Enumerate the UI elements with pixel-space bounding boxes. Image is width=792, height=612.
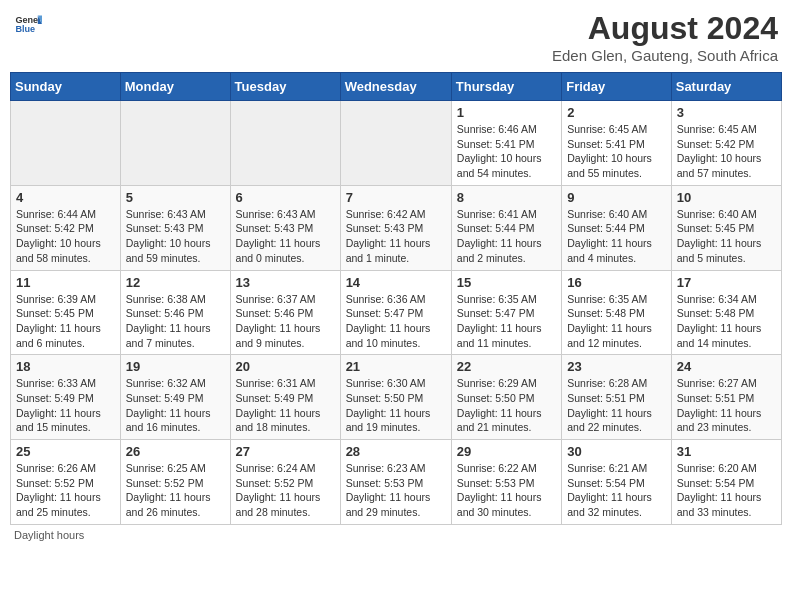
calendar-cell: 31Sunrise: 6:20 AM Sunset: 5:54 PM Dayli… xyxy=(671,440,781,525)
cell-date-number: 30 xyxy=(567,444,666,459)
cell-date-number: 29 xyxy=(457,444,556,459)
cell-date-number: 9 xyxy=(567,190,666,205)
calendar-cell: 1Sunrise: 6:46 AM Sunset: 5:41 PM Daylig… xyxy=(451,101,561,186)
calendar-cell: 29Sunrise: 6:22 AM Sunset: 5:53 PM Dayli… xyxy=(451,440,561,525)
col-header-thursday: Thursday xyxy=(451,73,561,101)
cell-info: Sunrise: 6:33 AM Sunset: 5:49 PM Dayligh… xyxy=(16,376,115,435)
calendar-cell: 4Sunrise: 6:44 AM Sunset: 5:42 PM Daylig… xyxy=(11,185,121,270)
cell-info: Sunrise: 6:34 AM Sunset: 5:48 PM Dayligh… xyxy=(677,292,776,351)
calendar-cell: 5Sunrise: 6:43 AM Sunset: 5:43 PM Daylig… xyxy=(120,185,230,270)
calendar-cell: 6Sunrise: 6:43 AM Sunset: 5:43 PM Daylig… xyxy=(230,185,340,270)
cell-info: Sunrise: 6:36 AM Sunset: 5:47 PM Dayligh… xyxy=(346,292,446,351)
cell-date-number: 16 xyxy=(567,275,666,290)
cell-info: Sunrise: 6:42 AM Sunset: 5:43 PM Dayligh… xyxy=(346,207,446,266)
daylight-label: Daylight hours xyxy=(14,529,84,541)
cell-date-number: 14 xyxy=(346,275,446,290)
title-area: August 2024 Eden Glen, Gauteng, South Af… xyxy=(552,10,778,64)
calendar-cell xyxy=(340,101,451,186)
cell-info: Sunrise: 6:44 AM Sunset: 5:42 PM Dayligh… xyxy=(16,207,115,266)
calendar-cell: 28Sunrise: 6:23 AM Sunset: 5:53 PM Dayli… xyxy=(340,440,451,525)
cell-date-number: 4 xyxy=(16,190,115,205)
calendar-cell: 9Sunrise: 6:40 AM Sunset: 5:44 PM Daylig… xyxy=(562,185,672,270)
calendar-week-row: 11Sunrise: 6:39 AM Sunset: 5:45 PM Dayli… xyxy=(11,270,782,355)
calendar-header-row: SundayMondayTuesdayWednesdayThursdayFrid… xyxy=(11,73,782,101)
cell-date-number: 6 xyxy=(236,190,335,205)
cell-info: Sunrise: 6:32 AM Sunset: 5:49 PM Dayligh… xyxy=(126,376,225,435)
calendar-week-row: 25Sunrise: 6:26 AM Sunset: 5:52 PM Dayli… xyxy=(11,440,782,525)
cell-date-number: 28 xyxy=(346,444,446,459)
cell-info: Sunrise: 6:26 AM Sunset: 5:52 PM Dayligh… xyxy=(16,461,115,520)
cell-info: Sunrise: 6:22 AM Sunset: 5:53 PM Dayligh… xyxy=(457,461,556,520)
cell-date-number: 8 xyxy=(457,190,556,205)
cell-date-number: 3 xyxy=(677,105,776,120)
calendar-cell: 27Sunrise: 6:24 AM Sunset: 5:52 PM Dayli… xyxy=(230,440,340,525)
cell-date-number: 1 xyxy=(457,105,556,120)
cell-date-number: 2 xyxy=(567,105,666,120)
cell-date-number: 23 xyxy=(567,359,666,374)
cell-date-number: 27 xyxy=(236,444,335,459)
calendar-cell: 21Sunrise: 6:30 AM Sunset: 5:50 PM Dayli… xyxy=(340,355,451,440)
col-header-friday: Friday xyxy=(562,73,672,101)
calendar-cell: 3Sunrise: 6:45 AM Sunset: 5:42 PM Daylig… xyxy=(671,101,781,186)
cell-info: Sunrise: 6:20 AM Sunset: 5:54 PM Dayligh… xyxy=(677,461,776,520)
calendar-cell: 30Sunrise: 6:21 AM Sunset: 5:54 PM Dayli… xyxy=(562,440,672,525)
cell-info: Sunrise: 6:24 AM Sunset: 5:52 PM Dayligh… xyxy=(236,461,335,520)
cell-date-number: 15 xyxy=(457,275,556,290)
calendar-cell: 10Sunrise: 6:40 AM Sunset: 5:45 PM Dayli… xyxy=(671,185,781,270)
calendar-cell xyxy=(11,101,121,186)
cell-info: Sunrise: 6:37 AM Sunset: 5:46 PM Dayligh… xyxy=(236,292,335,351)
calendar-cell: 12Sunrise: 6:38 AM Sunset: 5:46 PM Dayli… xyxy=(120,270,230,355)
cell-info: Sunrise: 6:29 AM Sunset: 5:50 PM Dayligh… xyxy=(457,376,556,435)
svg-text:Blue: Blue xyxy=(15,24,35,34)
calendar-week-row: 4Sunrise: 6:44 AM Sunset: 5:42 PM Daylig… xyxy=(11,185,782,270)
logo-icon: General Blue xyxy=(14,10,42,38)
cell-info: Sunrise: 6:41 AM Sunset: 5:44 PM Dayligh… xyxy=(457,207,556,266)
col-header-sunday: Sunday xyxy=(11,73,121,101)
calendar-cell: 8Sunrise: 6:41 AM Sunset: 5:44 PM Daylig… xyxy=(451,185,561,270)
cell-date-number: 11 xyxy=(16,275,115,290)
cell-info: Sunrise: 6:25 AM Sunset: 5:52 PM Dayligh… xyxy=(126,461,225,520)
calendar-cell: 13Sunrise: 6:37 AM Sunset: 5:46 PM Dayli… xyxy=(230,270,340,355)
calendar-cell: 24Sunrise: 6:27 AM Sunset: 5:51 PM Dayli… xyxy=(671,355,781,440)
calendar-cell xyxy=(230,101,340,186)
col-header-wednesday: Wednesday xyxy=(340,73,451,101)
cell-info: Sunrise: 6:27 AM Sunset: 5:51 PM Dayligh… xyxy=(677,376,776,435)
col-header-saturday: Saturday xyxy=(671,73,781,101)
header: General Blue August 2024 Eden Glen, Gaut… xyxy=(10,10,782,64)
cell-date-number: 19 xyxy=(126,359,225,374)
cell-date-number: 12 xyxy=(126,275,225,290)
cell-info: Sunrise: 6:45 AM Sunset: 5:41 PM Dayligh… xyxy=(567,122,666,181)
cell-date-number: 26 xyxy=(126,444,225,459)
cell-date-number: 21 xyxy=(346,359,446,374)
calendar-cell xyxy=(120,101,230,186)
cell-info: Sunrise: 6:38 AM Sunset: 5:46 PM Dayligh… xyxy=(126,292,225,351)
cell-date-number: 10 xyxy=(677,190,776,205)
calendar-cell: 22Sunrise: 6:29 AM Sunset: 5:50 PM Dayli… xyxy=(451,355,561,440)
calendar-cell: 17Sunrise: 6:34 AM Sunset: 5:48 PM Dayli… xyxy=(671,270,781,355)
cell-info: Sunrise: 6:28 AM Sunset: 5:51 PM Dayligh… xyxy=(567,376,666,435)
cell-info: Sunrise: 6:40 AM Sunset: 5:45 PM Dayligh… xyxy=(677,207,776,266)
calendar-cell: 19Sunrise: 6:32 AM Sunset: 5:49 PM Dayli… xyxy=(120,355,230,440)
col-header-monday: Monday xyxy=(120,73,230,101)
calendar-cell: 14Sunrise: 6:36 AM Sunset: 5:47 PM Dayli… xyxy=(340,270,451,355)
calendar-cell: 16Sunrise: 6:35 AM Sunset: 5:48 PM Dayli… xyxy=(562,270,672,355)
cell-info: Sunrise: 6:30 AM Sunset: 5:50 PM Dayligh… xyxy=(346,376,446,435)
cell-date-number: 24 xyxy=(677,359,776,374)
calendar-cell: 26Sunrise: 6:25 AM Sunset: 5:52 PM Dayli… xyxy=(120,440,230,525)
footer-note: Daylight hours xyxy=(10,529,782,541)
cell-info: Sunrise: 6:39 AM Sunset: 5:45 PM Dayligh… xyxy=(16,292,115,351)
cell-date-number: 13 xyxy=(236,275,335,290)
cell-info: Sunrise: 6:31 AM Sunset: 5:49 PM Dayligh… xyxy=(236,376,335,435)
calendar-cell: 11Sunrise: 6:39 AM Sunset: 5:45 PM Dayli… xyxy=(11,270,121,355)
page-title: August 2024 xyxy=(552,10,778,47)
calendar-cell: 20Sunrise: 6:31 AM Sunset: 5:49 PM Dayli… xyxy=(230,355,340,440)
cell-date-number: 25 xyxy=(16,444,115,459)
calendar-cell: 23Sunrise: 6:28 AM Sunset: 5:51 PM Dayli… xyxy=(562,355,672,440)
cell-date-number: 5 xyxy=(126,190,225,205)
cell-info: Sunrise: 6:46 AM Sunset: 5:41 PM Dayligh… xyxy=(457,122,556,181)
cell-info: Sunrise: 6:35 AM Sunset: 5:48 PM Dayligh… xyxy=(567,292,666,351)
cell-date-number: 20 xyxy=(236,359,335,374)
calendar-week-row: 1Sunrise: 6:46 AM Sunset: 5:41 PM Daylig… xyxy=(11,101,782,186)
page-subtitle: Eden Glen, Gauteng, South Africa xyxy=(552,47,778,64)
calendar-cell: 2Sunrise: 6:45 AM Sunset: 5:41 PM Daylig… xyxy=(562,101,672,186)
